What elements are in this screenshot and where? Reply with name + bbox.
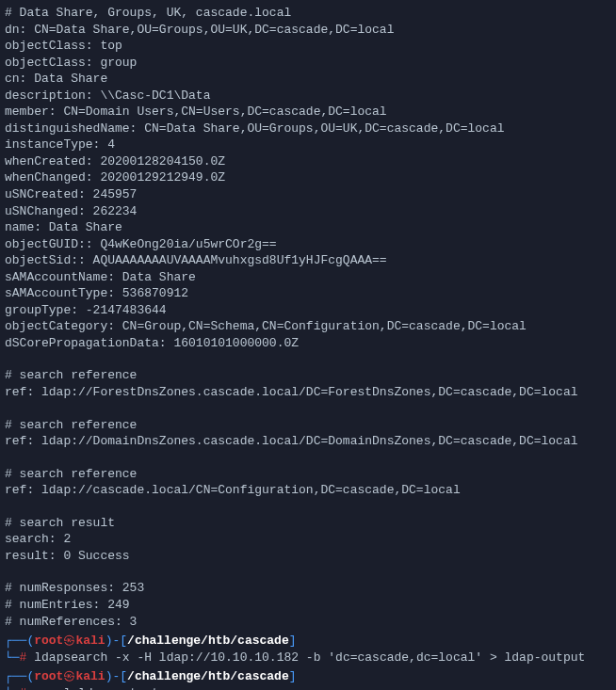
ldap-ref-3: ref: ldap://cascade.local/CN=Configurati… <box>5 482 611 499</box>
ldap-numreferences: # numReferences: 3 <box>5 614 611 631</box>
box-bottom-icon: └─ <box>5 686 20 690</box>
bracket-open: [ <box>120 634 127 648</box>
ldap-instancetype: instanceType: 4 <box>5 136 611 153</box>
box-top-icon: ┌── <box>5 669 26 683</box>
ldap-usnchanged: uSNChanged: 262234 <box>5 203 611 220</box>
ldap-objectguid: objectGUID:: Q4wKeOng20ia/u5wrCOr2g== <box>5 236 611 253</box>
shell-prompt-1-line2[interactable]: └─# ldapsearch -x -H ldap://10.10.10.182… <box>5 650 611 666</box>
ldap-search: search: 2 <box>5 531 611 548</box>
ldap-search-ref-header-1: # search reference <box>5 367 611 384</box>
ldap-whencreated: whenCreated: 20200128204150.0Z <box>5 153 611 170</box>
ldap-cn: cn: Data Share <box>5 71 611 88</box>
prompt-at-icon: ㉿ <box>63 669 75 683</box>
ldap-dn: dn: CN=Data Share,OU=Groups,OU=UK,DC=cas… <box>5 22 611 39</box>
blank-line <box>5 499 611 515</box>
ldap-dscorepropagationdata: dSCorePropagationData: 16010101000000.0Z <box>5 335 611 352</box>
prompt-path: /challenge/htb/cascade <box>127 634 289 648</box>
bracket-close: ] <box>289 669 297 683</box>
ldap-numresponses: # numResponses: 253 <box>5 580 611 597</box>
box-bottom-icon: └─ <box>5 650 20 665</box>
ldap-ref-1: ref: ldap://ForestDnsZones.cascade.local… <box>5 384 611 401</box>
ldap-objectclass-group: objectClass: group <box>5 55 611 72</box>
ldap-objectcategory: objectCategory: CN=Group,CN=Schema,CN=Co… <box>5 318 611 335</box>
ldap-description: description: \\Casc-DC1\Data <box>5 88 611 104</box>
ldap-objectclass-top: objectClass: top <box>5 38 611 55</box>
blank-line <box>5 450 611 466</box>
command-1: ldapsearch -x -H ldap://10.10.10.182 -b … <box>26 650 585 665</box>
ldap-usncreated: uSNCreated: 245957 <box>5 186 611 203</box>
ldap-search-ref-header-2: # search reference <box>5 417 611 434</box>
bracket-close: ] <box>289 634 297 648</box>
shell-prompt-2-line1: ┌──(root㉿kali)-[/challenge/htb/cascade] <box>5 668 611 685</box>
prompt-user: root <box>34 634 63 648</box>
prompt-host: kali <box>75 669 105 683</box>
ldap-samaccounttype: sAMAccountType: 536870912 <box>5 285 611 302</box>
prompt-user: root <box>34 669 63 683</box>
blank-line <box>5 351 611 367</box>
ldap-header-comment: # Data Share, Groups, UK, cascade.local <box>5 5 611 22</box>
prompt-host: kali <box>75 634 105 648</box>
ldap-numentries: # numEntries: 249 <box>5 597 611 614</box>
prompt-path: /challenge/htb/cascade <box>127 669 289 683</box>
ldap-grouptype: groupType: -2147483644 <box>5 302 611 319</box>
ldap-search-ref-header-3: # search reference <box>5 466 611 483</box>
ldap-result: result: 0 Success <box>5 548 611 565</box>
ldap-whenchanged: whenChanged: 20200129212949.0Z <box>5 169 611 186</box>
blank-line <box>5 401 611 417</box>
shell-prompt-1-line1: ┌──(root㉿kali)-[/challenge/htb/cascade] <box>5 633 611 650</box>
ldap-samaccountname: sAMAccountName: Data Share <box>5 269 611 286</box>
ldap-member: member: CN=Domain Users,CN=Users,DC=casc… <box>5 104 611 120</box>
ldap-objectsid: objectSid:: AQUAAAAAAAUVAAAAMvuhxgsd8Uf1… <box>5 252 611 269</box>
box-top-icon: ┌── <box>5 634 26 648</box>
ldap-name: name: Data Share <box>5 219 611 236</box>
shell-prompt-2-line2[interactable]: └─# wc -l ldap-output <box>5 685 611 690</box>
ldap-search-result-header: # search result <box>5 515 611 532</box>
blank-line <box>5 564 611 580</box>
prompt-at-icon: ㉿ <box>63 634 75 648</box>
bracket-open: [ <box>120 669 127 683</box>
ldap-distinguishedname: distinguishedName: CN=Data Share,OU=Grou… <box>5 120 611 137</box>
ldap-ref-2: ref: ldap://DomainDnsZones.cascade.local… <box>5 433 611 450</box>
command-2: wc -l ldap-output <box>26 686 158 690</box>
